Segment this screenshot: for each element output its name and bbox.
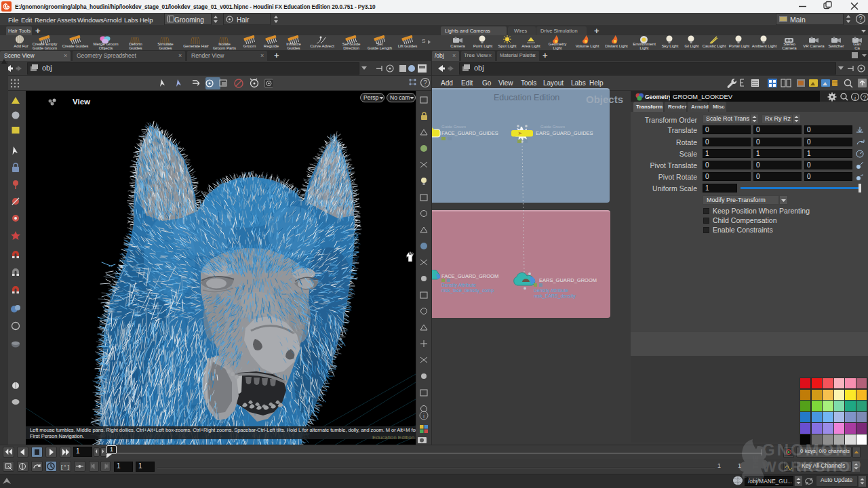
- svg-text:?: ?: [863, 94, 866, 101]
- svg-text:i: i: [854, 94, 856, 101]
- svg-text:?: ?: [859, 16, 863, 23]
- svg-text:i: i: [423, 413, 425, 420]
- svg-text:?: ?: [423, 79, 427, 87]
- svg-text:[*]: [*]: [61, 464, 70, 470]
